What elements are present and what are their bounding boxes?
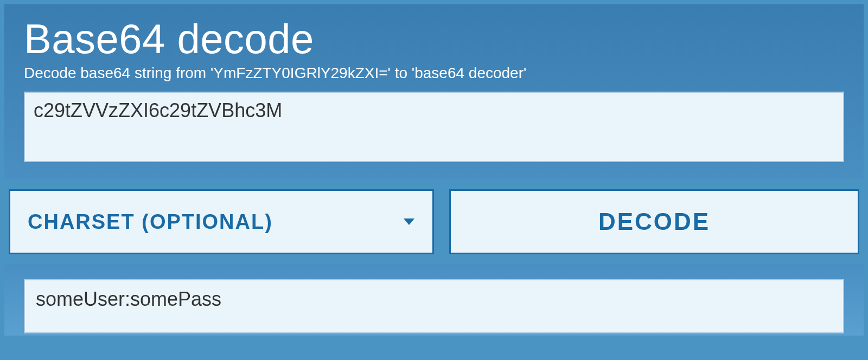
charset-select-wrap: CHARSET (OPTIONAL) <box>9 189 434 254</box>
charset-select[interactable]: CHARSET (OPTIONAL) <box>9 189 434 254</box>
base64-input[interactable] <box>24 92 844 162</box>
output-panel <box>4 264 864 336</box>
decoded-output[interactable] <box>24 279 844 333</box>
app-container: Base64 decode Decode base64 string from … <box>0 0 868 360</box>
decode-button[interactable]: DECODE <box>449 189 859 254</box>
controls-row: CHARSET (OPTIONAL) DECODE <box>4 189 864 254</box>
page-subtitle: Decode base64 string from 'YmFzZTY0IGRlY… <box>24 65 844 82</box>
encode-panel: Base64 decode Decode base64 string from … <box>4 4 864 179</box>
page-title: Base64 decode <box>24 15 844 62</box>
